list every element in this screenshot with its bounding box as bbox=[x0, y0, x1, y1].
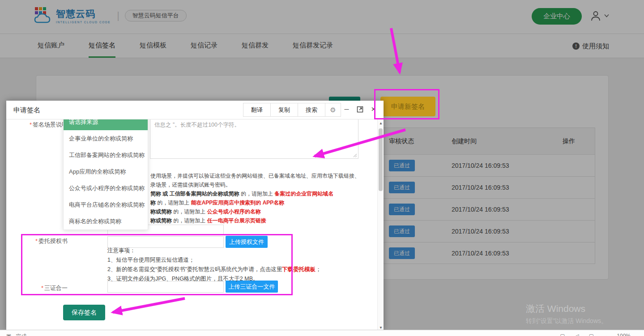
highlight-rect-upload-section bbox=[21, 234, 293, 295]
modal-title: 申请签名 bbox=[13, 106, 40, 115]
modal-scrollbar[interactable]: ▲ ▼ bbox=[377, 119, 384, 331]
apply-signature-modal: 信息之 ”。长度不超过100个字符。 *签名场景说明 使用场景，并提供可以验证这… bbox=[6, 101, 384, 331]
dropdown-option[interactable]: 公众号或小程序的全称或简称 bbox=[64, 180, 148, 196]
textarea-hint: 信息之 ”。长度不超过100个字符。 bbox=[154, 121, 240, 129]
translate-button[interactable]: 翻译 bbox=[243, 103, 271, 116]
status-left: ▣ 完成 bbox=[6, 333, 26, 336]
guideline-line: 使用场景，并提供可以验证这些业务的网站链接、已备案域名地址、应用市场下载链接、 bbox=[150, 171, 371, 180]
comment-icon: ◒ bbox=[604, 333, 607, 336]
highlight-rect-apply-button bbox=[374, 89, 439, 119]
gear-icon[interactable]: ⚙ bbox=[325, 103, 341, 116]
copy-button[interactable]: 复制 bbox=[271, 103, 298, 116]
window-controls: ─ ✕ bbox=[343, 104, 377, 114]
search-button[interactable]: 搜索 bbox=[298, 103, 325, 116]
modal-body: 信息之 ”。长度不超过100个字符。 *签名场景说明 使用场景，并提供可以验证这… bbox=[6, 101, 377, 331]
watermark-line2: 转到“设置”以激活 Windows。 bbox=[526, 317, 607, 325]
back-icon: ◁ bbox=[575, 333, 579, 336]
windows-watermark: 激活 Windows 转到“设置”以激活 Windows。 bbox=[526, 302, 607, 325]
resize-handle-icon[interactable] bbox=[353, 153, 357, 157]
status-right: ▢ ◁ ▢ ◒ 100% bbox=[560, 333, 631, 336]
guideline-line: 简称 或 工信部备案网站的全称或简称 的，请附加上 备案过的企业官网站域名 bbox=[150, 189, 371, 198]
scene-field-label: *签名场景说明 bbox=[25, 121, 68, 129]
status-icon: ▣ bbox=[6, 333, 11, 336]
guideline-line: 录场景，还需提供测试账号密码。 bbox=[150, 180, 371, 189]
modal-header: 申请签名 翻译 复制 搜索 ⚙ ─ ✕ bbox=[6, 101, 384, 119]
scene-dropdown: 请选择来源企事业单位的全称或简称工信部备案网站的全称或简称App应用的全称或简称… bbox=[63, 113, 148, 230]
dropdown-option[interactable]: App应用的全称或简称 bbox=[64, 163, 148, 180]
scrollbar-thumb[interactable] bbox=[379, 128, 383, 191]
dropdown-option[interactable]: 商标名的全称或简称 bbox=[64, 213, 148, 230]
watermark-line1: 激活 Windows bbox=[526, 302, 607, 315]
restore-icon[interactable] bbox=[356, 104, 364, 114]
dropdown-option[interactable]: 工信部备案网站的全称或简称 bbox=[64, 147, 148, 163]
zoom-level: 100% bbox=[617, 333, 631, 336]
save-signature-button[interactable]: 保存签名 bbox=[63, 305, 105, 320]
page-icon: ▢ bbox=[560, 333, 565, 336]
frame-icon: ▢ bbox=[589, 333, 594, 336]
required-marker: * bbox=[30, 121, 32, 128]
minimize-icon[interactable]: ─ bbox=[343, 104, 350, 114]
translate-toolbar: 翻译 复制 搜索 ⚙ bbox=[243, 103, 341, 117]
guideline-line: 称或简称 的，请附加上 公众号或小程序的名称 bbox=[150, 207, 371, 216]
guideline-line: 称 的，请附加上 能在APP应用商店中搜索到的 APP名称 bbox=[150, 198, 371, 207]
browser-status-bar: ▣ 完成 ▢ ◁ ▢ ◒ 100% bbox=[0, 330, 644, 336]
status-text: 完成 bbox=[16, 333, 26, 336]
scroll-up-icon[interactable]: ▲ bbox=[378, 119, 384, 127]
dropdown-option[interactable]: 企事业单位的全称或简称 bbox=[64, 130, 148, 147]
dropdown-option[interactable]: 电商平台店铺名的全称或简称 bbox=[64, 196, 148, 213]
guideline-line: 称或简称 的，请附加上 任一电商平台展示页链接 bbox=[150, 216, 371, 225]
